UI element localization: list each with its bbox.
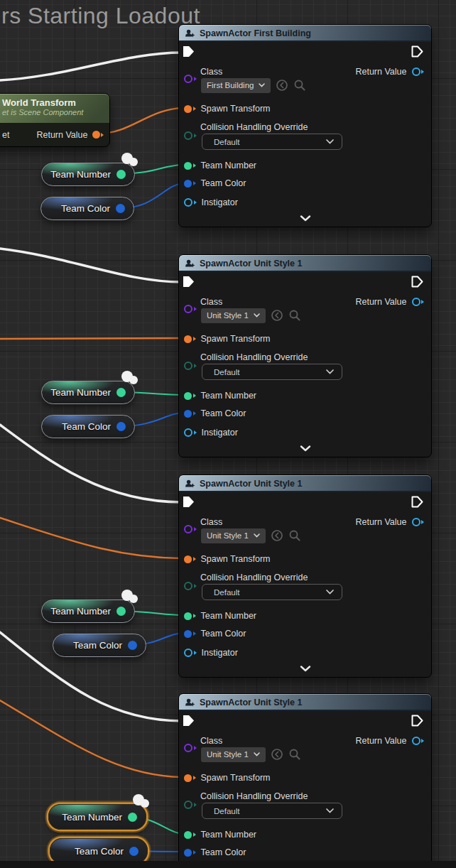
variable-output-pin[interactable]	[116, 388, 126, 397]
team-number-pin[interactable]	[184, 831, 196, 839]
collision-select[interactable]: Default	[202, 364, 342, 380]
spawn-actor-node[interactable]: SpawnActor Unit Style 1 Class Return Val…	[178, 693, 432, 868]
variable-output-pin[interactable]	[116, 204, 125, 213]
return-value-pin[interactable]	[412, 518, 425, 526]
variable-get-node[interactable]: Team Number	[41, 381, 135, 404]
variable-get-node[interactable]: Team Color	[50, 838, 148, 864]
node-header[interactable]: SpawnActor Unit Style 1	[179, 475, 431, 492]
collision-pin[interactable]	[184, 801, 197, 809]
variable-get-node[interactable]: Team Number	[41, 163, 135, 186]
node-header[interactable]: SpawnActor Unit Style 1	[179, 694, 431, 711]
return-value-pin[interactable]	[412, 67, 425, 76]
variable-output-pin[interactable]	[128, 641, 137, 650]
team-color-label: Team Color	[201, 847, 246, 857]
class-pin[interactable]	[184, 744, 197, 752]
collision-pin[interactable]	[184, 582, 197, 590]
spawn-transform-pin[interactable]	[184, 774, 196, 782]
exec-out-pin[interactable]	[411, 496, 423, 511]
exec-in-pin[interactable]	[183, 496, 195, 511]
team-number-label: Team Number	[201, 611, 257, 621]
collision-select[interactable]: Default	[202, 134, 342, 150]
instigator-label: Instigator	[202, 197, 238, 207]
reset-to-default-icon[interactable]	[276, 79, 288, 92]
variable-get-node[interactable]: Team Color	[40, 197, 134, 220]
node-header[interactable]: World Transform et is Scene Component	[0, 94, 109, 123]
team-color-pin[interactable]	[184, 630, 196, 638]
return-value-label: Return Value	[355, 517, 406, 527]
instigator-pin[interactable]	[184, 198, 197, 207]
return-value-pin[interactable]	[412, 737, 425, 745]
variable-output-pin[interactable]	[116, 607, 126, 616]
class-pin[interactable]	[184, 75, 197, 83]
team-color-pin[interactable]	[184, 180, 196, 188]
variable-name: Team Number	[50, 606, 111, 617]
team-color-pin[interactable]	[184, 849, 196, 857]
spawn-actor-icon	[185, 698, 195, 708]
variable-output-pin[interactable]	[116, 170, 126, 179]
instigator-pin[interactable]	[184, 649, 197, 657]
variable-get-node[interactable]: Team Color	[53, 634, 146, 657]
spawn-actor-node[interactable]: SpawnActor Unit Style 1 Class Return Val…	[178, 254, 432, 457]
variable-output-pin[interactable]	[116, 422, 126, 431]
team-number-pin[interactable]	[184, 612, 196, 620]
instigator-pin[interactable]	[184, 428, 197, 437]
spawn-transform-pin[interactable]	[184, 555, 196, 563]
class-select[interactable]: Unit Style 1	[201, 747, 266, 762]
exec-in-pin[interactable]	[183, 45, 195, 60]
variable-output-pin[interactable]	[128, 813, 137, 822]
spawn-transform-label: Spawn Transform	[201, 554, 271, 564]
variable-get-node[interactable]: Team Number	[41, 600, 135, 623]
team-color-pin[interactable]	[184, 410, 196, 418]
variable-output-pin[interactable]	[129, 847, 139, 856]
reset-to-default-icon[interactable]	[271, 309, 283, 322]
comment-bubble-icon[interactable]	[133, 794, 154, 811]
collision-pin[interactable]	[184, 131, 197, 140]
expand-advanced-button[interactable]	[179, 441, 431, 455]
variable-get-node[interactable]: Team Number	[48, 804, 146, 830]
return-value-row: Return Value	[355, 65, 424, 79]
search-icon[interactable]	[288, 529, 301, 542]
reset-to-default-icon[interactable]	[271, 748, 283, 761]
exec-out-pin[interactable]	[411, 715, 423, 729]
class-select[interactable]: First Building	[201, 78, 271, 93]
spawn-transform-pin[interactable]	[184, 335, 196, 343]
search-icon[interactable]	[288, 309, 301, 322]
blueprint-graph-canvas[interactable]: rs Starting Loadout World Transform et i…	[0, 0, 456, 868]
class-select[interactable]: Unit Style 1	[201, 528, 266, 543]
expand-advanced-button[interactable]	[179, 661, 431, 676]
expand-advanced-button[interactable]	[179, 211, 431, 225]
graph-watermark-title: rs Starting Loadout	[1, 3, 200, 29]
class-pin[interactable]	[184, 525, 197, 533]
chevron-down-icon	[254, 533, 260, 538]
node-header[interactable]: SpawnActor Unit Style 1	[179, 255, 431, 272]
comment-bubble-icon[interactable]	[121, 371, 143, 388]
collision-select[interactable]: Default	[202, 803, 342, 819]
exec-in-pin[interactable]	[183, 276, 195, 291]
return-value-pin[interactable]	[412, 298, 425, 306]
reset-to-default-icon[interactable]	[271, 529, 283, 542]
spawn-transform-pin[interactable]	[184, 105, 196, 113]
search-icon[interactable]	[288, 748, 301, 761]
return-value-pin[interactable]	[92, 131, 104, 139]
spawn-actor-icon	[185, 28, 195, 39]
exec-out-pin[interactable]	[411, 276, 423, 291]
spawn-actor-node[interactable]: SpawnActor First Building Class Return V…	[178, 24, 432, 227]
comment-bubble-icon[interactable]	[121, 153, 143, 170]
return-value-label: Return Value	[355, 297, 406, 307]
comment-bubble-icon[interactable]	[121, 590, 143, 607]
class-pin[interactable]	[184, 305, 197, 313]
spawn-actor-node[interactable]: SpawnActor Unit Style 1 Class Return Val…	[178, 474, 432, 678]
search-icon[interactable]	[293, 79, 306, 92]
team-number-pin[interactable]	[184, 162, 196, 170]
return-value-label: Return Value	[36, 130, 87, 140]
get-world-transform-node[interactable]: World Transform et is Scene Component et…	[0, 93, 110, 147]
collision-select[interactable]: Default	[202, 584, 342, 600]
node-header[interactable]: SpawnActor First Building	[179, 25, 431, 42]
variable-get-node[interactable]: Team Color	[41, 415, 135, 438]
class-select[interactable]: Unit Style 1	[201, 308, 266, 323]
chevron-down-icon	[300, 215, 311, 222]
team-number-pin[interactable]	[184, 392, 196, 400]
exec-in-pin[interactable]	[183, 715, 195, 729]
collision-pin[interactable]	[184, 362, 197, 370]
exec-out-pin[interactable]	[411, 45, 423, 60]
